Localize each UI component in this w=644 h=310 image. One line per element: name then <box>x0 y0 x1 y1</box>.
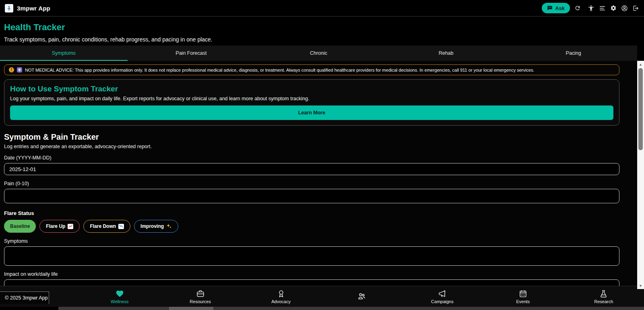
nav-label: Events <box>516 299 530 304</box>
tab-pain-forecast[interactable]: Pain Forecast <box>128 45 255 61</box>
nav-item-campaigns[interactable]: Campaigns <box>402 289 483 304</box>
accessibility-icon[interactable] <box>588 5 594 12</box>
people-icon <box>357 292 366 300</box>
nav-label: Resources <box>190 299 211 304</box>
topbar-actions: Ask <box>542 3 639 13</box>
logout-icon[interactable] <box>632 5 639 12</box>
improving-button[interactable]: Improving <box>134 220 178 233</box>
tab-label: Rehab <box>439 50 454 56</box>
page-title: Health Tracker <box>4 22 633 33</box>
account-icon[interactable] <box>621 5 628 12</box>
app-title: 3mpwr App <box>17 5 50 12</box>
chat-icon <box>547 5 553 11</box>
horizontal-scrollbar[interactable] <box>58 307 644 310</box>
ask-button-label: Ask <box>555 5 565 11</box>
app-brand: 3mpwr App <box>5 4 50 12</box>
learn-more-button[interactable]: Learn More <box>10 105 613 120</box>
nav-label: Research <box>594 299 613 304</box>
nav-item-wellness[interactable]: Wellness <box>79 289 160 304</box>
refresh-icon[interactable] <box>574 5 581 11</box>
flask-icon <box>599 289 608 298</box>
settings-gear-icon[interactable] <box>610 5 617 11</box>
flare-up-label: Flare Up <box>46 223 65 229</box>
how-to-title: How to Use Symptom Tracker <box>10 85 613 93</box>
footer-copyright: © 2025 3mpwr App <box>0 291 49 304</box>
pain-input[interactable] <box>4 189 619 203</box>
pain-label: Pain (0-10) <box>4 181 619 186</box>
menu-icon[interactable] <box>599 5 606 12</box>
page-subtitle: Track symptoms, pain, chronic conditions… <box>4 36 633 43</box>
tab-rehab[interactable]: Rehab <box>382 45 510 61</box>
tracker-subtitle: Log entries and generate an exportable, … <box>4 144 619 149</box>
symptoms-label: Symptoms <box>4 238 619 244</box>
nav-label: Advocacy <box>271 299 291 304</box>
nav-item-research[interactable]: Research <box>564 289 644 304</box>
tab-pacing[interactable]: Pacing <box>510 45 637 61</box>
tracker-title: Symptom & Pain Tracker <box>4 132 619 142</box>
flare-baseline-button[interactable]: Baseline <box>4 220 36 233</box>
symptoms-textarea[interactable] <box>4 246 619 266</box>
policy-badge-icon <box>17 67 22 72</box>
tab-symptoms[interactable]: Symptoms <box>0 45 128 61</box>
nav-label: Wellness <box>111 299 128 304</box>
heart-icon <box>115 289 124 298</box>
flare-status-group: Baseline Flare Up Flare Down Improving <box>4 220 619 233</box>
horizontal-scrollbar-thumb[interactable] <box>169 307 213 310</box>
tab-label: Pacing <box>566 50 581 56</box>
scroll-up-arrow[interactable]: ▲ <box>637 61 644 67</box>
app-logo-icon <box>5 4 13 12</box>
how-to-description: Log your symptoms, pain, and impact on d… <box>10 96 613 101</box>
date-input[interactable] <box>4 163 619 175</box>
nav-item-resources[interactable]: Resources <box>160 289 240 304</box>
tab-label: Chronic <box>310 50 327 56</box>
nav-item-advocacy[interactable]: Advocacy <box>241 289 321 304</box>
bottom-navigation: Wellness Resources Advocacy <box>0 286 644 307</box>
flare-status-label: Flare Status <box>4 210 619 216</box>
ask-button[interactable]: Ask <box>542 3 570 13</box>
sparkles-icon <box>166 223 172 229</box>
date-label: Date (YYYY-MM-DD) <box>4 155 619 161</box>
vertical-scrollbar[interactable]: ▲ ▼ <box>637 61 644 289</box>
tab-chronic[interactable]: Chronic <box>255 45 382 61</box>
medical-disclaimer-banner: ! NOT MEDICAL ADVICE: This app provides … <box>4 64 619 75</box>
vertical-scrollbar-thumb[interactable] <box>638 68 643 150</box>
flare-baseline-label: Baseline <box>10 223 30 229</box>
nav-item-events[interactable]: Events <box>483 289 563 304</box>
chart-decreasing-icon <box>118 224 124 229</box>
chart-increasing-icon <box>68 224 73 229</box>
flare-down-button[interactable]: Flare Down <box>83 220 130 233</box>
nav-label: Campaigns <box>431 299 454 304</box>
scroll-down-arrow[interactable]: ▼ <box>637 283 644 289</box>
calendar-icon <box>519 289 527 298</box>
main-content: ! NOT MEDICAL ADVICE: This app provides … <box>0 61 637 286</box>
tab-label: Pain Forecast <box>175 50 206 56</box>
warning-icon: ! <box>9 67 14 72</box>
award-icon <box>277 289 285 298</box>
tab-bar: Symptoms Pain Forecast Chronic Rehab Pac… <box>0 45 637 61</box>
how-to-card: How to Use Symptom Tracker Log your symp… <box>4 79 619 126</box>
flare-down-label: Flare Down <box>90 223 116 229</box>
nav-item-community[interactable] <box>321 292 402 302</box>
megaphone-icon <box>438 289 447 298</box>
top-bar: 3mpwr App Ask <box>0 0 644 17</box>
disclaimer-text: NOT MEDICAL ADVICE: This app provides in… <box>25 68 535 72</box>
tab-label: Symptoms <box>52 50 76 56</box>
impact-textarea[interactable] <box>4 279 619 286</box>
flare-up-button[interactable]: Flare Up <box>39 220 80 233</box>
improving-label: Improving <box>140 223 164 229</box>
impact-label: Impact on work/daily life <box>4 271 619 277</box>
page-header: Health Tracker Track symptoms, pain, chr… <box>0 17 637 43</box>
briefcase-icon <box>196 289 205 298</box>
